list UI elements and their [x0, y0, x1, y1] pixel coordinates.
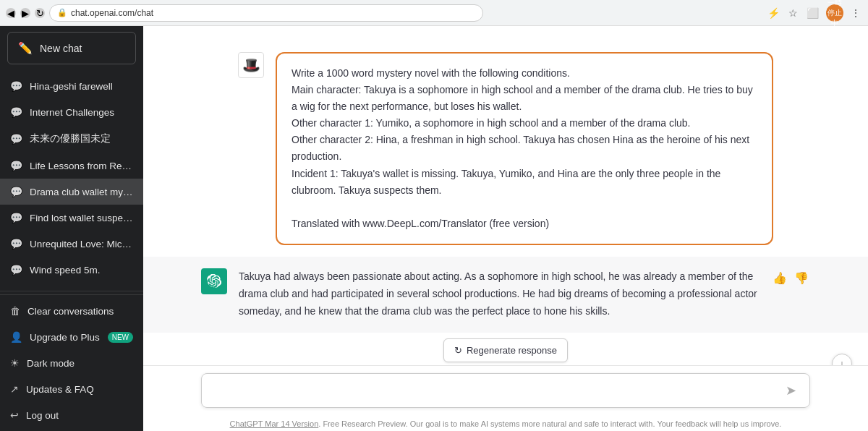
sidebar-item-label: Clear conversations: [27, 306, 114, 317]
sidebar-item-wind-speed[interactable]: 💬 Wind speed 5m.: [0, 257, 143, 283]
regenerate-button[interactable]: ↻ Regenerate response: [443, 338, 568, 362]
sidebar-divider: [0, 291, 143, 291]
sidebar-item-life-lessons[interactable]: 💬 Life Lessons from Reincarnate...: [0, 153, 143, 179]
sidebar-item-find-wallet[interactable]: 💬 Find lost wallet suspects.: [0, 205, 143, 231]
forward-button[interactable]: ▶: [20, 8, 30, 18]
trash-icon: 🗑: [10, 305, 20, 317]
regenerate-icon: ↻: [454, 345, 462, 356]
sidebar: ✏️ New chat 💬 Hina-geshi farewell 💬 Inte…: [0, 26, 143, 431]
chat-icon: 💬: [10, 212, 22, 223]
user-profile-button[interactable]: 一時停止中: [826, 4, 843, 22]
chat-input[interactable]: [212, 385, 783, 396]
sidebar-item-upgrade-plus[interactable]: 👤 Upgrade to Plus NEW: [0, 324, 143, 350]
sidebar-item-hina-farewell[interactable]: 💬 Hina-geshi farewell: [0, 73, 143, 99]
sidebar-item-internet-challenges[interactable]: 💬 Internet Challenges: [0, 99, 143, 125]
browser-chrome: ◀ ▶ ↻ 🔒 chat.openai.com/chat ⚡ ☆ ⬜ 一時停止中…: [0, 0, 868, 26]
chat-icon: 💬: [10, 160, 22, 171]
new-chat-label: New chat: [40, 43, 82, 54]
sidebar-item-updates-faq[interactable]: ↗ Updates & FAQ: [0, 376, 143, 402]
gpt-avatar: [201, 268, 227, 294]
sidebar-item-unrequited-love[interactable]: 💬 Unrequited Love: Michiru.: [0, 231, 143, 257]
input-area: ➤: [143, 365, 868, 415]
sidebar-item-label: Drama club wallet mystery.: [30, 187, 133, 197]
browser-actions: ⚡ ☆ ⬜ 一時停止中 ⋮: [766, 4, 862, 22]
sidebar-item-akiba-novel[interactable]: 💬 秋葉原のオタク小説: [0, 283, 143, 288]
sidebar-item-label: Dark mode: [27, 358, 75, 369]
external-link-icon: ↗: [10, 383, 19, 395]
chat-icon: 💬: [10, 264, 22, 276]
app-container: ✏️ New chat 💬 Hina-geshi farewell 💬 Inte…: [0, 26, 868, 431]
sidebar-item-future-championship[interactable]: 💬 未来の優勝国未定: [0, 125, 143, 153]
chat-icon: 💬: [10, 186, 22, 197]
user-message-box: Write a 1000 word mystery novel with the…: [276, 52, 773, 245]
sidebar-item-label: Hina-geshi farewell: [30, 81, 113, 92]
user-icon: 👤: [10, 331, 22, 343]
gpt-message-text: Takuya had always been passionate about …: [239, 268, 760, 333]
sidebar-item-label: Log out: [26, 410, 59, 421]
new-chat-icon: ✏️: [18, 41, 33, 55]
user-message-row: 🎩 Write a 1000 word mystery novel with t…: [180, 40, 831, 257]
footer-text: ChatGPT Mar 14 Version. Free Research Pr…: [143, 415, 868, 431]
regenerate-bar: ↻ Regenerate response: [143, 333, 868, 365]
bookmark-button[interactable]: ☆: [787, 6, 799, 20]
refresh-button[interactable]: ↻: [35, 8, 45, 18]
back-button[interactable]: ◀: [6, 8, 16, 18]
menu-button[interactable]: ⋮: [849, 6, 862, 20]
sidebar-item-label: Updates & FAQ: [26, 384, 94, 395]
chat-icon: 💬: [10, 238, 22, 249]
user-message-text: Write a 1000 word mystery novel with the…: [292, 67, 753, 229]
url-text: chat.openai.com/chat: [71, 8, 153, 18]
sidebar-item-label: Life Lessons from Reincarnate...: [30, 161, 133, 171]
footer-link[interactable]: ChatGPT Mar 14 Version: [230, 419, 319, 428]
main-content: 🎩 Write a 1000 word mystery novel with t…: [143, 26, 868, 431]
chat-icon: 💬: [10, 106, 22, 118]
sun-icon: ☀: [10, 357, 20, 369]
input-wrapper: ➤: [201, 373, 810, 408]
sidebar-nav: 💬 Hina-geshi farewell 💬 Internet Challen…: [0, 70, 143, 288]
sidebar-item-drama-wallet[interactable]: 💬 Drama club wallet mystery.: [0, 179, 143, 205]
sidebar-item-log-out[interactable]: ↩ Log out: [0, 402, 143, 428]
chat-messages: 🎩 Write a 1000 word mystery novel with t…: [143, 26, 868, 333]
sidebar-item-label: Unrequited Love: Michiru.: [30, 239, 133, 249]
thumbs-down-button[interactable]: 👎: [793, 270, 810, 286]
sidebar-item-label: Internet Challenges: [30, 107, 114, 118]
thumbs-up-button[interactable]: 👍: [771, 270, 788, 286]
sidebar-item-dark-mode[interactable]: ☀ Dark mode: [0, 350, 143, 376]
chat-icon: 💬: [10, 133, 22, 145]
new-chat-button[interactable]: ✏️ New chat: [7, 32, 136, 64]
regenerate-label: Regenerate response: [467, 345, 557, 356]
sidebar-item-clear-conversations[interactable]: 🗑 Clear conversations: [0, 298, 143, 324]
sidebar-item-label: 未来の優勝国未定: [30, 132, 111, 145]
gpt-message-row: Takuya had always been passionate about …: [143, 257, 868, 333]
send-button[interactable]: ➤: [783, 381, 799, 400]
tab-button[interactable]: ⬜: [805, 6, 820, 20]
extensions-button[interactable]: ⚡: [766, 6, 781, 20]
user-avatar: 🎩: [238, 52, 264, 78]
message-actions: 👍 👎: [771, 270, 810, 286]
logout-icon: ↩: [10, 409, 19, 421]
sidebar-item-label: Wind speed 5m.: [30, 265, 101, 276]
sidebar-item-label: Find lost wallet suspects.: [30, 213, 133, 223]
chat-icon: 💬: [10, 80, 22, 92]
address-bar[interactable]: 🔒 chat.openai.com/chat: [49, 4, 483, 22]
lock-icon: 🔒: [57, 8, 67, 17]
new-badge: NEW: [108, 332, 133, 343]
sidebar-footer: 🗑 Clear conversations 👤 Upgrade to Plus …: [0, 294, 143, 431]
sidebar-item-label: Upgrade to Plus: [30, 332, 100, 343]
